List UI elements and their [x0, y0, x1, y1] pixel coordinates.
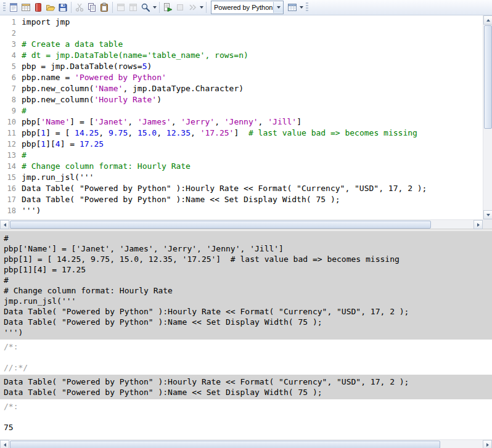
line-number: 8 — [0, 94, 22, 105]
line-number: 2 — [0, 28, 22, 39]
code-text: pbp.new_column('Name', jmp.DataType.Char… — [22, 83, 244, 94]
line-number: 10 — [0, 116, 22, 128]
log-line: jmp.run_jsl(''' — [0, 296, 492, 306]
arrow-left-icon — [4, 223, 6, 227]
toolbar-separator — [159, 2, 160, 13]
line-number: 5 — [0, 61, 22, 72]
code-text: ''') — [22, 205, 41, 216]
editor-vertical-scrollbar[interactable] — [483, 15, 492, 219]
code-line: 3# Create a data table — [0, 39, 483, 50]
new-journal-button[interactable] — [32, 1, 44, 14]
scroll-up-button[interactable] — [483, 15, 492, 25]
line-number: 13 — [0, 150, 22, 161]
line-number: 3 — [0, 39, 22, 50]
combo-dropdown-button[interactable] — [273, 2, 283, 13]
log-line: ''') — [0, 327, 492, 338]
log-pane[interactable]: #pbp['Name'] = ['Janet', 'James', 'Jerry… — [0, 231, 492, 439]
log-window-button — [115, 1, 127, 14]
code-line: 9# — [0, 105, 483, 116]
open-icon — [46, 2, 55, 12]
code-text: # dt = jmp.DataTable(name='table_name', … — [22, 50, 248, 61]
vertical-scroll-thumb[interactable] — [484, 25, 492, 129]
run-script-icon — [163, 2, 173, 12]
new-window-icon — [128, 2, 138, 12]
scroll-down-button[interactable] — [483, 210, 492, 219]
scroll-left-button[interactable] — [0, 440, 9, 448]
paste-icon — [99, 2, 109, 12]
chevron-down-icon — [277, 6, 281, 9]
run-target-combo[interactable]: Powered by Python — [211, 1, 284, 14]
line-number: 12 — [0, 139, 22, 150]
search-button[interactable] — [139, 1, 152, 14]
code-line: 15jmp.run_jsl(''' — [0, 172, 483, 183]
log-line — [0, 352, 492, 362]
horizontal-scroll-thumb[interactable] — [10, 221, 431, 229]
log-line: /*: — [0, 401, 492, 412]
line-number: 15 — [0, 172, 22, 183]
new-script-button[interactable] — [7, 1, 20, 14]
code-line: 5pbp = jmp.DataTable(rows=5) — [0, 61, 483, 72]
save-button[interactable] — [57, 1, 69, 14]
line-number: 9 — [0, 105, 22, 116]
step-script-icon — [187, 2, 197, 12]
scroll-left-button[interactable] — [0, 220, 9, 229]
code-line: 7pbp.new_column('Name', jmp.DataType.Cha… — [0, 83, 483, 94]
new-journal-icon — [33, 2, 43, 12]
code-text: Data Table( "Powered by Python" ):Name <… — [22, 194, 340, 205]
code-text: # — [22, 105, 27, 116]
dropdown-caret-button[interactable] — [199, 1, 204, 14]
chevron-down-icon — [300, 6, 303, 9]
toolbar-separator — [206, 2, 207, 13]
scroll-right-button[interactable] — [474, 220, 483, 229]
line-number: 7 — [0, 83, 22, 94]
copy-button[interactable] — [86, 1, 98, 14]
log-echo-block: Data Table( "Powered by Python" ):Hourly… — [0, 375, 492, 399]
search-icon — [141, 2, 150, 12]
line-number: 16 — [0, 183, 22, 194]
code-line: 8pbp.new_column('Hourly Rate') — [0, 94, 483, 105]
paste-button[interactable] — [98, 1, 110, 14]
code-text: pbp.name = 'Powered by Python' — [22, 72, 166, 83]
log-horizontal-scrollbar[interactable] — [0, 439, 492, 448]
line-number: 17 — [0, 194, 22, 205]
code-line: 17Data Table( "Powered by Python" ):Name… — [0, 194, 483, 205]
log-echo-block: #pbp['Name'] = ['Janet', 'James', 'Jerry… — [0, 231, 492, 340]
code-text: # Change column format: Hourly Rate — [22, 161, 191, 172]
code-line: 18''') — [0, 205, 483, 216]
line-number: 6 — [0, 72, 22, 83]
code-line: 11pbp[1] = [ 14.25, 9.75, 15.0, 12.35, '… — [0, 128, 483, 139]
data-table-list-button[interactable] — [286, 1, 298, 14]
toolbar-drag-handle[interactable] — [306, 2, 308, 12]
code-line: 10pbp['Name'] = ['Janet', 'James', 'Jerr… — [0, 116, 483, 128]
open-button[interactable] — [44, 1, 57, 14]
log-line: //:*/ — [0, 362, 492, 373]
log-line: Data Table( "Powered by Python" ):Hourly… — [0, 377, 492, 387]
dropdown-caret-button[interactable] — [298, 1, 304, 14]
new-script-icon — [9, 2, 18, 12]
log-line: Data Table( "Powered by Python" ):Name <… — [0, 317, 492, 327]
toolbar-drag-handle[interactable] — [3, 2, 6, 12]
run-script-button[interactable] — [162, 1, 174, 14]
combo-value: Powered by Python — [211, 4, 273, 11]
editor-horizontal-scrollbar[interactable] — [0, 219, 483, 229]
new-data-table-button[interactable] — [20, 1, 32, 14]
code-text: pbp = jmp.DataTable(rows=5) — [22, 61, 152, 72]
horizontal-scroll-thumb[interactable] — [10, 441, 440, 448]
data-table-list-icon — [287, 2, 297, 12]
code-text: jmp.run_jsl(''' — [22, 172, 94, 183]
log-line: /*: — [0, 341, 492, 352]
code-editor[interactable]: 1import jmp23# Create a data table4# dt … — [0, 15, 483, 219]
code-line: 4# dt = jmp.DataTable(name='table_name',… — [0, 50, 483, 61]
arrow-right-icon — [477, 223, 480, 227]
script-editor-pane: 1import jmp23# Create a data table4# dt … — [0, 15, 492, 229]
code-line: 14# Change column format: Hourly Rate — [0, 161, 483, 172]
arrow-right-icon — [486, 443, 489, 447]
cut-button — [73, 1, 86, 14]
dropdown-caret-button[interactable] — [152, 1, 157, 14]
line-number: 11 — [0, 128, 22, 139]
scroll-right-button[interactable] — [483, 440, 492, 448]
scrollbar-corner — [483, 219, 492, 229]
log-line: # — [0, 275, 492, 285]
code-line: 13# — [0, 150, 483, 161]
log-line — [0, 412, 492, 422]
